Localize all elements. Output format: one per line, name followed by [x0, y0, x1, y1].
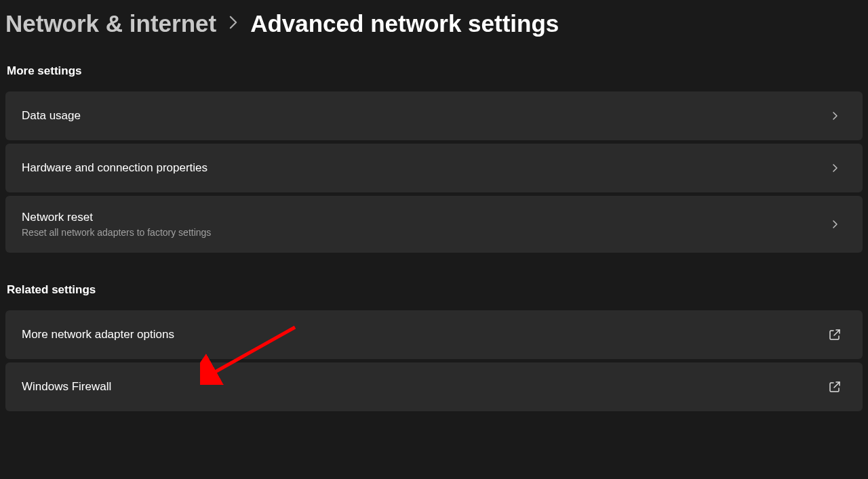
setting-subtitle: Reset all network adapters to factory se…	[22, 227, 211, 238]
setting-item-windows-firewall[interactable]: Windows Firewall	[5, 362, 863, 411]
setting-text: Hardware and connection properties	[22, 161, 208, 175]
setting-title: More network adapter options	[22, 328, 174, 341]
breadcrumb-current: Advanced network settings	[250, 10, 559, 37]
setting-title: Windows Firewall	[22, 380, 111, 394]
setting-item-hardware-properties[interactable]: Hardware and connection properties	[5, 144, 863, 192]
section-heading-related-settings: Related settings	[7, 283, 863, 297]
setting-item-more-network-adapter-options[interactable]: More network adapter options	[5, 310, 863, 359]
setting-title: Network reset	[22, 211, 211, 224]
chevron-right-icon	[830, 219, 841, 230]
setting-text: Windows Firewall	[22, 380, 111, 394]
setting-title: Hardware and connection properties	[22, 161, 208, 175]
setting-item-data-usage[interactable]: Data usage	[5, 91, 863, 140]
setting-text: Data usage	[22, 109, 81, 123]
setting-text: More network adapter options	[22, 328, 174, 341]
breadcrumb-parent[interactable]: Network & internet	[5, 10, 216, 37]
external-link-icon	[829, 381, 841, 393]
section-heading-more-settings: More settings	[7, 64, 863, 78]
setting-item-network-reset[interactable]: Network reset Reset all network adapters…	[5, 196, 863, 253]
setting-text: Network reset Reset all network adapters…	[22, 211, 211, 238]
chevron-right-icon	[830, 163, 841, 173]
chevron-right-icon	[830, 110, 841, 121]
more-settings-list: Data usage Hardware and connection prope…	[5, 91, 863, 253]
related-settings-list: More network adapter options Windows Fir…	[5, 310, 863, 411]
chevron-right-icon	[229, 13, 238, 35]
breadcrumb: Network & internet Advanced network sett…	[5, 10, 863, 37]
external-link-icon	[829, 329, 841, 341]
setting-title: Data usage	[22, 109, 81, 123]
